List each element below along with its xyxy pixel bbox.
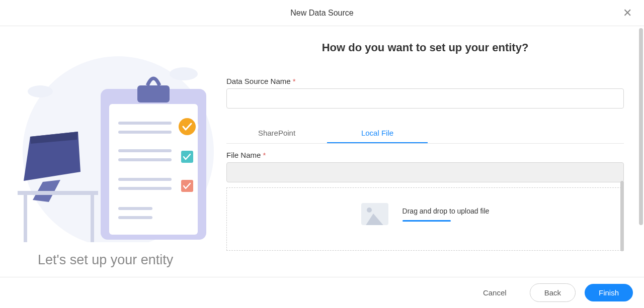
modal-header: New Data Source ✕ xyxy=(0,0,644,26)
tab-local-file[interactable]: Local File xyxy=(327,124,428,143)
svg-rect-8 xyxy=(118,149,172,152)
svg-rect-10 xyxy=(118,178,172,181)
svg-rect-9 xyxy=(118,158,172,161)
svg-rect-5 xyxy=(137,85,170,102)
image-placeholder-icon xyxy=(361,203,388,225)
left-caption: Let's set up your entity xyxy=(10,252,173,268)
file-name-label-text: File Name xyxy=(226,151,261,159)
setup-heading: How do you want to set up your entity? xyxy=(226,41,624,54)
modal-footer: Cancel Back Finish xyxy=(0,277,644,308)
dropzone-text: Drag and drop to upload file xyxy=(403,207,490,215)
svg-rect-18 xyxy=(18,191,98,195)
tab-sharepoint[interactable]: SharePoint xyxy=(226,124,327,143)
outer-scrollbar-thumb[interactable] xyxy=(639,28,643,225)
clipboard-illustration xyxy=(13,31,214,242)
svg-rect-12 xyxy=(118,207,152,210)
svg-rect-6 xyxy=(118,122,172,125)
dropzone-right: Drag and drop to upload file xyxy=(403,207,490,222)
svg-point-1 xyxy=(28,85,53,97)
cancel-button[interactable]: Cancel xyxy=(469,284,521,301)
finish-button[interactable]: Finish xyxy=(585,284,633,301)
source-tabs: SharePoint Local File xyxy=(226,124,624,144)
right-panel: How do you want to set up your entity? D… xyxy=(226,26,644,267)
close-icon: ✕ xyxy=(623,7,632,19)
svg-rect-11 xyxy=(118,187,172,190)
file-dropzone[interactable]: Drag and drop to upload file xyxy=(226,187,624,251)
modal-title: New Data Source xyxy=(290,9,353,18)
data-source-name-label: Data Source Name * xyxy=(226,77,624,85)
required-asterisk: * xyxy=(263,151,266,159)
file-name-input[interactable] xyxy=(226,162,624,182)
required-asterisk: * xyxy=(293,77,296,85)
svg-rect-7 xyxy=(118,131,172,134)
data-source-name-input[interactable] xyxy=(226,88,624,109)
file-name-label: File Name * xyxy=(226,151,624,159)
svg-point-2 xyxy=(170,67,198,80)
back-button[interactable]: Back xyxy=(530,283,576,302)
left-panel: Let's set up your entity xyxy=(0,26,226,277)
svg-point-15 xyxy=(179,118,196,135)
modal-body: Let's set up your entity How do you want… xyxy=(0,26,644,277)
svg-rect-20 xyxy=(91,195,94,242)
data-source-name-group: Data Source Name * xyxy=(226,77,624,109)
svg-rect-13 xyxy=(118,216,152,219)
data-source-name-label-text: Data Source Name xyxy=(226,77,291,85)
dropzone-underline xyxy=(403,220,451,222)
svg-rect-19 xyxy=(24,195,27,242)
inner-scrollbar-thumb[interactable] xyxy=(620,181,624,251)
local-file-tab-content: File Name * Drag and drop to upload file xyxy=(226,148,624,251)
close-button[interactable]: ✕ xyxy=(619,5,636,22)
